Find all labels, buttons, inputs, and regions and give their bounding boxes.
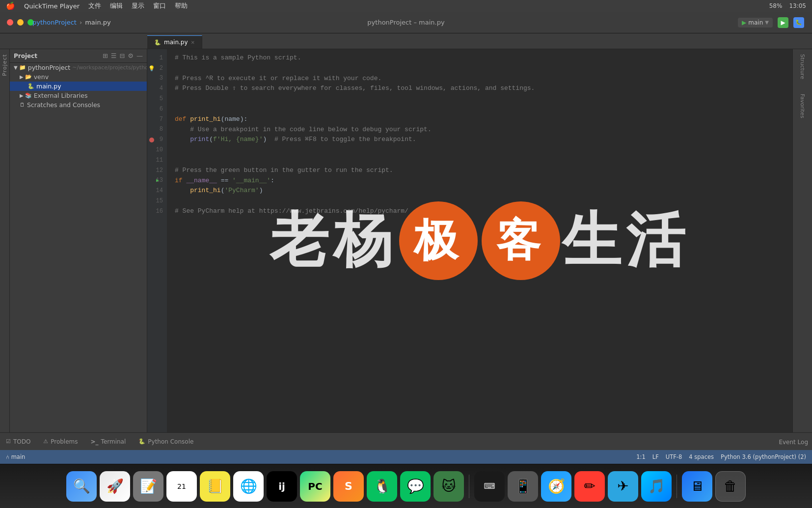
expand-arrow: ▼ [14,65,18,70]
dock-github[interactable]: 🐱 [433,471,464,502]
main-py-label: main.py [36,83,61,90]
tab-close-icon[interactable]: ✕ [191,40,195,45]
dock-sublime[interactable]: S [333,471,364,502]
menu-quicktime[interactable]: QuickTime Player [24,2,80,10]
scratches-label: Scratches and Consoles [27,101,100,109]
finder2-icon: 🖥 [690,478,704,494]
dock-launchpad[interactable]: 🚀 [100,471,130,502]
run-configuration[interactable]: ▶ main ▼ [738,18,773,28]
code-line-14: print_hi('PyCharm') [175,186,804,196]
tree-item-main-py[interactable]: 🐍 main.py [10,82,147,91]
dock-finder[interactable]: 🔍 [66,471,97,502]
launchpad-icon: 🚀 [107,478,124,494]
dock-finder2[interactable]: 🖥 [682,471,712,502]
close-panel-icon[interactable]: — [136,52,143,59]
line-num-14: 14 [147,186,167,196]
dock-chrome[interactable]: 🌐 [233,471,264,502]
minimize-button[interactable] [17,19,24,26]
pycharm-icon: PC [308,480,322,492]
line-num-6: 6 [147,104,167,114]
favorites-label[interactable]: Favorites [799,94,806,118]
dock-safari[interactable]: 🧭 [541,471,571,502]
python-console-icon: 🐍 [138,438,145,445]
music-icon: 🎵 [648,478,665,494]
code-line-10 [175,145,804,155]
problems-tab[interactable]: ⚠ Problems [41,436,80,447]
python-file-icon: 🐍 [27,83,34,89]
todo-label: TODO [13,438,30,445]
debug-button[interactable]: 🐛 [793,17,804,28]
code-line-3: # Press ^R to execute it or replace it w… [175,74,804,84]
split-icon[interactable]: ⊟ [119,52,125,59]
dock-notes[interactable]: 📒 [200,471,230,502]
simulator-icon: 📱 [514,478,532,494]
tree-item-scratches[interactable]: 🗒 Scratches and Consoles [10,100,147,110]
apple-menu[interactable]: 🍎 [6,1,15,10]
menu-view[interactable]: 显示 [132,1,144,10]
code-container[interactable]: 1 💡 2 3 4 5 6 7 8 9 10 11 12 ▶ 13 1 [147,49,812,432]
menu-help[interactable]: 帮助 [175,1,188,10]
dock-pycharm[interactable]: PC [300,471,330,502]
breadcrumb-file[interactable]: main.py [85,19,111,26]
event-log-link[interactable]: Event Log [779,439,808,446]
python-version[interactable]: Python 3.6 (pythonProject) (2) [721,453,806,460]
run-button[interactable]: ▶ [778,17,788,28]
ext-lib-arrow: ▶ [20,93,24,98]
tab-label: main.py [164,39,188,46]
tree-item-venv[interactable]: ▶ 📂 venv [10,72,147,82]
right-panel-labels: Structure Favorites [792,49,812,432]
code-line-7: def print_hi(name): [175,114,804,125]
dock-telegram[interactable]: ✈ [608,471,638,502]
dock-intellij[interactable]: ij [267,471,297,502]
todo-tab[interactable]: ☑ TODO [4,436,32,447]
dock-script-editor[interactable]: 📝 [133,471,163,502]
encoding: UTF-8 [666,453,682,460]
menu-file[interactable]: 文件 [88,1,101,10]
debug-icon: 🐛 [795,19,802,26]
sync-icon[interactable]: ⊞ [103,52,108,59]
git-branch: ⑃ main [6,453,25,460]
github-icon: 🐱 [441,478,456,494]
project-label: Project [14,53,37,59]
code-line-9: print(f'Hi, {name}') # Press ⌘F8 to togg… [175,135,804,145]
code-content-area[interactable]: # This is a sample Python script. # Pres… [167,49,812,432]
menu-window[interactable]: 窗口 [153,1,166,10]
sublime-icon: S [345,480,352,492]
editor-tab-main-py[interactable]: 🐍 main.py ✕ [147,35,202,49]
venv-label: venv [34,73,49,81]
terminal-tab[interactable]: >_ Terminal [89,436,128,447]
dock-music[interactable]: 🎵 [641,471,672,502]
line-num-12: 12 [147,166,167,176]
dock-trash[interactable]: 🗑 [715,471,746,502]
dock-wechat[interactable]: 💬 [400,471,431,502]
python-console-tab[interactable]: 🐍 Python Console [136,436,195,447]
line-numbers: 1 💡 2 3 4 5 6 7 8 9 10 11 12 ▶ 13 1 [147,49,167,432]
line-num-2: 💡 2 [147,63,167,74]
close-button[interactable] [7,19,13,26]
line-num-8: 8 [147,125,167,135]
dock-simulator[interactable]: 📱 [508,471,538,502]
line-num-7: 7 [147,114,167,125]
project-path: ~/workspace/projects/pythonPro [72,64,147,71]
dock-calendar[interactable]: 21 [166,471,197,502]
project-sidebar-label[interactable]: Project [0,49,10,432]
tree-item-external-libraries[interactable]: ▶ 📚 External Libraries [10,91,147,100]
collapse-icon[interactable]: ☰ [111,52,117,59]
code-line-13: if __name__ == '__main__': [175,176,804,186]
structure-label[interactable]: Structure [799,54,806,79]
wechat-mini-icon: 🐧 [374,478,391,494]
code-line-6 [175,104,804,114]
tree-item-root[interactable]: ▼ 📁 pythonProject ~/workspace/projects/p… [10,63,147,72]
dock-wechat-mini[interactable]: 🐧 [367,471,397,502]
settings-icon[interactable]: ⚙ [128,52,134,59]
menu-edit[interactable]: 编辑 [110,1,123,10]
intellij-icon: ij [278,480,285,492]
line-num-3: 3 [147,74,167,84]
line-num-10: 10 [147,145,167,155]
dock-vectornator[interactable]: ✏ [574,471,605,502]
dock-terminal[interactable]: ⌨ [474,471,505,502]
line-num-11: 11 [147,155,167,166]
folder-icon: 📁 [19,64,26,71]
project-root-name: pythonProject [28,64,71,71]
breadcrumb-root[interactable]: pythonProject [32,19,77,26]
